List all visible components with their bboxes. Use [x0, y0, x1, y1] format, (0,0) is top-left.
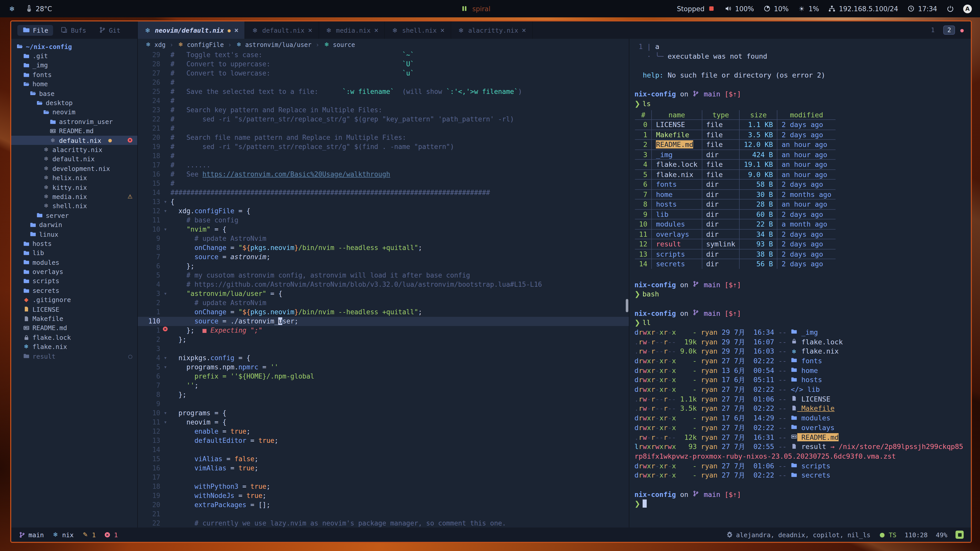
terminal-line: 1 | a: [635, 42, 971, 51]
terminal-pane[interactable]: 1 | a · ╰─ executable was not found help…: [629, 39, 971, 527]
tree-item[interactable]: base: [11, 89, 137, 98]
editor-line: 3▾ "astronvim/lua/user" = {: [138, 289, 629, 299]
nix-status: ❄nix: [52, 531, 74, 538]
tree-item[interactable]: README.md: [11, 126, 137, 136]
tree-item[interactable]: fonts: [11, 70, 137, 79]
editor-pane[interactable]: ❄xdg›❄configFile›❄astronvim/lua/user›❄so…: [138, 39, 629, 527]
bufs-icon: [60, 27, 68, 33]
editor-scrollbar-thumb[interactable]: [626, 299, 628, 312]
folder-icon: [22, 27, 30, 33]
table-row: 14secretsdir56 B2 days ago: [635, 259, 836, 269]
folder-icon: [791, 329, 797, 335]
keyboard-layout-badge: A: [963, 4, 972, 13]
editor-line: 16 vimAlias = true;: [138, 464, 629, 473]
mode-badge: [956, 530, 964, 539]
tree-item[interactable]: ❄development.nix: [11, 164, 137, 173]
tree-item[interactable]: ❄shell.nix: [11, 201, 137, 211]
tree-item[interactable]: ❄default.nix: [11, 154, 137, 164]
doc-icon: [23, 306, 29, 312]
terminal-line: [635, 270, 971, 280]
folder-icon: [49, 119, 56, 124]
nixlogo-item: ❄: [8, 5, 16, 13]
tree-item[interactable]: ❄flake.nix: [11, 342, 137, 351]
buffer-tab[interactable]: ❄default.nix×: [245, 21, 319, 39]
terminal-line: help: No such file or directory (os erro…: [635, 70, 971, 80]
sidebar-tab-file[interactable]: File: [18, 25, 53, 35]
gear-icon: [726, 531, 733, 538]
breadcrumb-item[interactable]: ❄astronvim/lua/user: [235, 41, 311, 48]
folder-icon: [791, 357, 797, 363]
tree-item[interactable]: hosts: [11, 239, 137, 248]
buffer-tab[interactable]: ❄alacritty.nix×: [451, 21, 533, 39]
breadcrumb-item[interactable]: ❄xdg: [145, 41, 165, 48]
tree-item[interactable]: README.md: [11, 323, 137, 333]
dot-icon: ●: [107, 138, 113, 143]
nix-icon: ❄: [43, 175, 49, 181]
sidebar-tab-bufs[interactable]: Bufs: [56, 25, 91, 35]
terminal-line: nix-config on main [$⇡]: [635, 308, 971, 318]
buffer-tab[interactable]: ❄neovim/default.nix●×: [138, 21, 245, 39]
editor-lines[interactable]: 29 # Toggle text's case: `~`28 # Convert…: [138, 51, 629, 527]
speaker-item: 100%: [724, 5, 754, 13]
doc-icon: [791, 405, 797, 411]
buffer-tab[interactable]: ❄shell.nix×: [385, 21, 451, 39]
tree-item[interactable]: darwin: [11, 220, 137, 230]
markdown-icon: [791, 433, 797, 440]
branch-icon: [693, 490, 700, 497]
editor-line: 1 }; ■ Expecting ";": [138, 326, 629, 335]
tree-item[interactable]: server: [11, 211, 137, 220]
tree-item[interactable]: result○: [11, 351, 137, 361]
tree-item[interactable]: overlays: [11, 267, 137, 276]
ruler-status: 110:28: [905, 531, 928, 538]
close-tab-icon[interactable]: ×: [308, 26, 312, 34]
tree-root[interactable]: ~/nix-config: [11, 42, 137, 51]
tree-item[interactable]: _img: [11, 61, 137, 70]
close-tab-icon[interactable]: ×: [440, 26, 445, 34]
tree-item[interactable]: secrets: [11, 286, 137, 295]
tree-item[interactable]: ◆.gitignore: [11, 295, 137, 305]
pane-indicator-2[interactable]: 2: [943, 25, 955, 35]
terminal-line: nix-config on main [$⇡]: [635, 280, 971, 289]
breadcrumb-item[interactable]: ❄source: [323, 41, 355, 48]
tree-item[interactable]: lib: [11, 248, 137, 258]
table-row: 5flake.nixfile9.0 KBan hour ago: [635, 170, 836, 179]
editor-line: 29 # Toggle text's case: `~`: [138, 51, 629, 60]
breadcrumb-item[interactable]: ❄configFile: [177, 41, 224, 48]
pane-indicator-1[interactable]: 1: [928, 26, 938, 34]
nix-icon: ❄: [177, 41, 184, 48]
close-tab-icon[interactable]: ×: [522, 26, 526, 34]
tree-item[interactable]: ❄media.nix⚠: [11, 192, 137, 202]
tree-item[interactable]: ❄helix.nix: [11, 173, 137, 183]
network-item: 192.168.5.100/24: [828, 5, 898, 13]
lock-icon: [23, 334, 29, 340]
tree-item[interactable]: ❄kitty.nix: [11, 183, 137, 192]
tree-item[interactable]: ❄alacritty.nix: [11, 145, 137, 155]
nix-icon: ❄: [43, 193, 49, 200]
tree-item[interactable]: linux: [11, 230, 137, 239]
tree-item[interactable]: desktop: [11, 98, 137, 108]
tree-item[interactable]: Makefile: [11, 314, 137, 324]
editor-line: 18 #: [138, 151, 629, 161]
tree-item[interactable]: .git: [11, 51, 137, 61]
editor-line: 28 # Convert to uppercase: `U`: [138, 60, 629, 69]
tree-item[interactable]: home: [11, 79, 137, 89]
clock-item: 17:34: [907, 5, 937, 13]
table-row: 11overlaysdir34 B2 days ago: [635, 229, 836, 239]
tree-item[interactable]: neovim: [11, 107, 137, 117]
table-row: 2README.mdfile12.0 KBan hour ago: [635, 140, 836, 150]
tree-item[interactable]: ❄default.nix●: [11, 136, 137, 145]
nix-icon: ❄: [23, 343, 29, 350]
tree-item[interactable]: astronvim_user: [11, 117, 137, 126]
editor-line: 18 withPython3 = true;: [138, 482, 629, 491]
tree-item[interactable]: flake.lock: [11, 333, 137, 342]
tree-item[interactable]: modules: [11, 258, 137, 267]
tree-item[interactable]: LICENSE: [11, 305, 137, 314]
tree-item[interactable]: scripts: [11, 276, 137, 286]
close-tab-icon[interactable]: ×: [234, 26, 239, 34]
close-tab-icon[interactable]: ×: [374, 26, 379, 34]
file-explorer[interactable]: ~/nix-config.git_imgfontshomebasedesktop…: [11, 39, 138, 527]
sidebar-tab-git[interactable]: Git: [94, 25, 126, 35]
branch-icon: [99, 27, 106, 33]
sun-item: ☀1%: [798, 5, 819, 13]
buffer-tab[interactable]: ❄media.nix×: [319, 21, 385, 39]
